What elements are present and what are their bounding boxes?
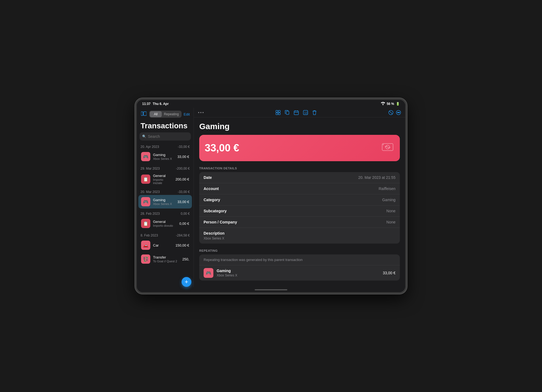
tx-name-6: Transfer xyxy=(153,255,180,259)
date-header-5: 8. Feb 2023 -284,58 € xyxy=(138,232,192,238)
date-header-2: 29. Mar 2023 -200,00 € xyxy=(138,165,192,172)
segment-repeating-button[interactable]: Repeating xyxy=(162,111,181,117)
svg-point-14 xyxy=(399,112,400,113)
tx-details-4: General Importo dovuto xyxy=(153,220,177,227)
detail-row-description: Description Xbox Series X xyxy=(199,228,400,244)
segment-control: All Repeating xyxy=(149,111,182,118)
transaction-item-3[interactable]: 🎮 Gaming Xbox Series X 33,00 € xyxy=(138,195,192,209)
detail-content: Gaming 33,00 € TRANSACTION DETAILS xyxy=(194,117,405,287)
date-header-3: 20. Mar 2023 -33,00 € xyxy=(138,188,192,195)
tx-icon-5: 🚗 xyxy=(141,241,150,250)
date-amount-5: -284,58 € xyxy=(176,234,190,237)
wifi-icon xyxy=(381,102,385,106)
dot-2 xyxy=(200,112,201,113)
tx-sub-3: Xbox Series X xyxy=(153,202,175,206)
search-input[interactable] xyxy=(148,134,194,139)
tx-name-4: General xyxy=(153,220,177,224)
battery-text: 56 % xyxy=(387,102,394,106)
svg-rect-3 xyxy=(278,110,280,112)
transaction-item-6[interactable]: 💱 Transfer To Goal // Quest 2 250, xyxy=(138,252,192,266)
date-label-5: 8. Feb 2023 xyxy=(141,234,158,237)
detail-value-description: Xbox Series X xyxy=(204,237,225,240)
tx-details-1: Gaming Xbox Series X xyxy=(153,153,175,160)
repeating-item-amount: 33,00 € xyxy=(383,271,395,275)
sidebar-header: All Repeating Edit xyxy=(137,108,194,120)
amount-icon xyxy=(381,141,394,155)
tx-sub-4: Importo dovuto xyxy=(153,224,177,227)
stop-repeating-button[interactable]: Stop Repeating xyxy=(199,285,400,287)
detail-value-category: Gaming xyxy=(382,198,395,202)
detail-desc-block: Description Xbox Series X xyxy=(204,231,225,240)
svg-rect-0 xyxy=(141,112,143,116)
search-icon: 🔍 xyxy=(142,135,146,138)
date-amount-1: -33,00 € xyxy=(178,145,190,149)
svg-rect-4 xyxy=(276,113,278,115)
transaction-item-1[interactable]: 🎮 Gaming Xbox Series X 33,00 € xyxy=(138,150,192,163)
tx-details-3: Gaming Xbox Series X xyxy=(153,198,175,206)
toolbar-right xyxy=(388,110,401,115)
detail-label-date: Date xyxy=(204,175,212,180)
tx-amount-6: 250, xyxy=(182,257,189,261)
repeating-item-details: Gaming Xbox Series X xyxy=(217,269,379,277)
detail-row-category: Category Gaming xyxy=(199,194,400,206)
detail-row-account: Account Raiffeisen xyxy=(199,183,400,194)
more-options-button[interactable] xyxy=(396,110,401,115)
repeating-item-sub: Xbox Series X xyxy=(217,273,379,277)
svg-rect-6 xyxy=(286,111,289,114)
repeating-info: Repeating transaction was generated by t… xyxy=(199,254,400,265)
transaction-details-label: TRANSACTION DETAILS xyxy=(199,167,400,170)
tx-sub-6: To Goal // Quest 2 xyxy=(153,260,180,263)
svg-point-13 xyxy=(398,112,399,113)
date-label-4: 28. Feb 2023 xyxy=(141,212,160,216)
trash-button[interactable] xyxy=(312,110,317,115)
status-bar: 11:37 Thu 6. Apr 56 % 🔋 xyxy=(137,100,405,108)
segment-all-button[interactable]: All xyxy=(150,111,162,117)
repeating-item: 🎮 Gaming Xbox Series X 33,00 € xyxy=(199,265,400,281)
svg-point-17 xyxy=(383,144,384,145)
detail-toolbar: 123 xyxy=(194,108,405,117)
sidebar-title: Transactions xyxy=(137,120,194,132)
tx-sub-2: Importo iniziale xyxy=(153,178,173,185)
transaction-item-5[interactable]: 🚗 Car 150,00 € xyxy=(138,238,192,252)
repeating-section-label: REPEATING xyxy=(199,249,400,252)
tx-amount-3: 33,00 € xyxy=(177,200,189,204)
detail-label-description: Description xyxy=(204,231,225,235)
date-group-2: 29. Mar 2023 -200,00 € 📋 General Importo… xyxy=(138,165,192,187)
svg-point-12 xyxy=(397,112,398,113)
dot-3 xyxy=(203,112,204,113)
transaction-item-4[interactable]: 📋 General Importo dovuto 0,00 € xyxy=(138,217,192,230)
detail-panel: 123 xyxy=(194,108,405,287)
detail-value-date: 20. Mar 2023 at 21:55 xyxy=(358,175,395,180)
tx-details-5: Car xyxy=(153,243,173,247)
tx-details-2: General Importo iniziale xyxy=(153,174,173,185)
svg-text:123: 123 xyxy=(304,111,308,114)
svg-rect-5 xyxy=(278,113,280,115)
repeating-item-icon: 🎮 xyxy=(204,268,213,278)
circle-slash-button[interactable] xyxy=(388,110,393,115)
grid-view-button[interactable] xyxy=(276,110,281,115)
tx-name-3: Gaming xyxy=(153,198,175,202)
detail-row-person: Person / Company None xyxy=(199,217,400,228)
status-left: 11:37 Thu 6. Apr xyxy=(142,102,169,106)
transaction-item-2[interactable]: 📋 General Importo iniziale 200,00 € xyxy=(138,172,192,187)
add-transaction-button[interactable]: + xyxy=(182,277,191,287)
dot-1 xyxy=(198,112,199,113)
edit-button[interactable]: Edit xyxy=(184,112,190,116)
transactions-list: 20. Apr 2023 -33,00 € 🎮 Gaming Xbox Seri… xyxy=(137,143,194,287)
status-right: 56 % 🔋 xyxy=(381,102,400,106)
date-label-2: 29. Mar 2023 xyxy=(141,167,160,170)
date-amount-3: -33,00 € xyxy=(178,190,190,194)
detail-title: Gaming xyxy=(199,122,400,131)
date-group-1: 20. Apr 2023 -33,00 € 🎮 Gaming Xbox Seri… xyxy=(138,143,192,163)
sidebar-toggle-button[interactable] xyxy=(141,111,147,117)
number-button[interactable]: 123 xyxy=(303,110,308,115)
repeating-item-name: Gaming xyxy=(217,269,379,273)
sidebar: All Repeating Edit Transactions 🔍 20. Ap… xyxy=(137,108,194,287)
copy-button[interactable] xyxy=(285,110,289,115)
calendar-button[interactable] xyxy=(294,110,299,115)
tx-amount-2: 200,00 € xyxy=(175,177,189,181)
time: 11:37 xyxy=(142,102,151,106)
toolbar-dots xyxy=(198,112,204,113)
tx-amount-5: 150,00 € xyxy=(175,243,189,247)
date-header-4: 28. Feb 2023 0,00 € xyxy=(138,210,192,217)
